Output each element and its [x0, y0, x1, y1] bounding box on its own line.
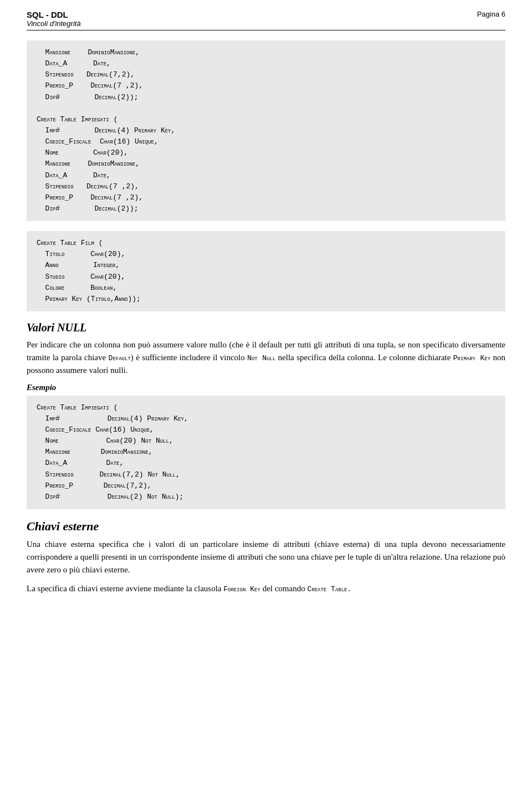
header-left: SQL - DDL Vincoli d'integrità [27, 10, 81, 28]
default-keyword: Default [109, 354, 131, 362]
valori-null-paragraph: Per indicare che un colonna non può assu… [27, 339, 505, 377]
chiavi-esterne-heading: Chiavi esterne [27, 519, 505, 534]
esempio-label: Esempio [27, 383, 505, 392]
primary-key-keyword: Primary Key [453, 354, 490, 362]
not-null-keyword: Not Null [247, 354, 275, 362]
code-block-1: Mansione DominioMansione, Data_A Date, S… [27, 40, 505, 221]
valori-null-heading: Valori NULL [27, 321, 505, 334]
page-subtitle: Vincoli d'integrità [27, 19, 81, 28]
chiavi-esterne-paragraph1: Una chiave esterna specifica che i valor… [27, 538, 505, 577]
page: SQL - DDL Vincoli d'integrità Pagina 6 M… [0, 0, 532, 809]
page-number: Pagina 6 [477, 10, 505, 18]
foreign-key-keyword: Foreign Key [223, 585, 260, 593]
esempio-code-block: Create Table Impiegati ( Imp# Decimal(4)… [27, 396, 505, 509]
page-header: SQL - DDL Vincoli d'integrità Pagina 6 [27, 10, 505, 30]
code-block-2: Create Table Film ( Titolo Char(20), Ann… [27, 231, 505, 311]
page-title: SQL - DDL [27, 10, 81, 19]
create-table-keyword: Create Table. [307, 585, 351, 593]
chiavi-esterne-paragraph2: La specifica di chiavi esterne avviene m… [27, 582, 505, 595]
